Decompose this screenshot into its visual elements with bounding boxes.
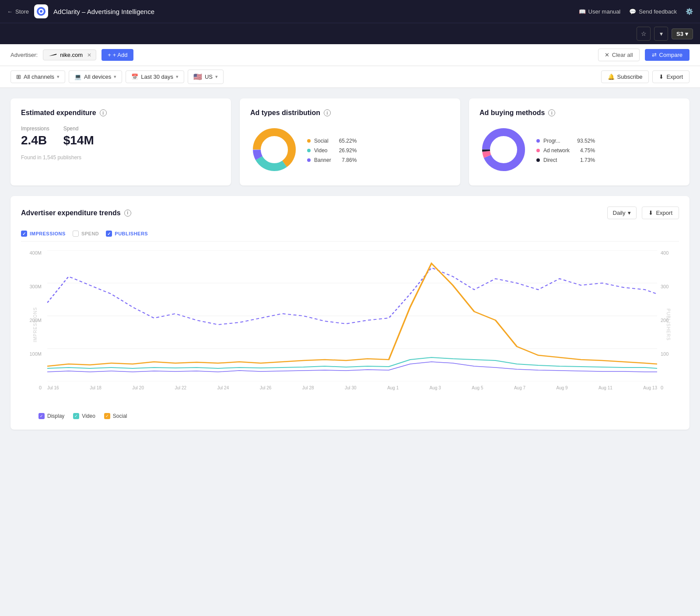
trends-header: Advertiser expenditure trends i Daily ▾ …: [21, 206, 679, 219]
us-flag-icon: 🇺🇸: [193, 73, 202, 81]
advertiser-chip[interactable]: nike.com ✕: [43, 49, 96, 60]
daily-chevron-icon: ▾: [628, 210, 631, 216]
user-badge[interactable]: S3 ▾: [672, 28, 693, 39]
chat-icon: 💬: [629, 8, 636, 15]
all-channels-filter[interactable]: ⊞ All channels ▾: [10, 70, 65, 83]
ad-types-card: Ad types distribution i: [240, 98, 460, 186]
buying-methods-card: Ad buying methods i: [469, 98, 690, 186]
back-button[interactable]: ← Store: [7, 8, 29, 15]
expenditure-card-title: Estimated expenditure i: [21, 109, 220, 117]
devices-icon: 💻: [74, 74, 81, 80]
compare-icon: ⇄: [652, 52, 657, 58]
buying-methods-legend: Progr... 93.52% Ad network 4.75% Direct …: [536, 138, 595, 163]
ad-types-info-icon[interactable]: i: [324, 109, 331, 116]
legend-social: Social 65.22%: [307, 138, 357, 144]
direct-dot: [536, 158, 540, 162]
advertiser-bar: Advertiser: nike.com ✕ + + Add ✕ Clear a…: [0, 44, 700, 66]
impressions-checkbox[interactable]: ✓: [21, 231, 27, 237]
store-label: Store: [15, 8, 29, 15]
publishers-toggle[interactable]: ✓ PUBLISHERS: [106, 231, 148, 237]
spend-toggle[interactable]: SPEND: [73, 231, 99, 237]
chevron-down-icon: ▾: [660, 30, 663, 37]
advertiser-name: nike.com: [60, 52, 83, 58]
region-filter[interactable]: 🇺🇸 US ▾: [188, 70, 224, 84]
favorite-button[interactable]: ☆: [637, 27, 651, 41]
impressions-metric: Impressions 2.4B: [21, 126, 49, 147]
publishers-note: Found in 1,545 publishers: [21, 154, 220, 161]
channels-icon: ⊞: [16, 74, 21, 80]
devices-chevron-icon: ▾: [114, 74, 116, 80]
ad-types-donut: [250, 126, 298, 175]
region-chevron-icon: ▾: [215, 74, 218, 80]
nav-actions: 📖 User manual 💬 Send feedback ⚙️: [579, 8, 693, 15]
social-legend-checkbox[interactable]: ✓: [104, 413, 110, 419]
expenditure-metrics: Impressions 2.4B Spend $14M: [21, 126, 220, 147]
subscribe-button[interactable]: 🔔 Subscribe: [601, 70, 649, 83]
trends-chart-svg: [47, 250, 657, 382]
video-legend-item[interactable]: ✓ Video: [73, 413, 95, 419]
display-legend-checkbox[interactable]: ✓: [38, 413, 45, 419]
date-range-filter[interactable]: 📅 Last 30 days ▾: [126, 70, 184, 83]
buying-methods-info-icon[interactable]: i: [548, 109, 555, 116]
clear-icon: ✕: [605, 52, 609, 58]
plus-icon: +: [108, 52, 111, 58]
export-button[interactable]: ⬇ Export: [652, 70, 690, 83]
legend-ad-network: Ad network 4.75%: [536, 147, 595, 154]
publishers-checkbox[interactable]: ✓: [106, 231, 112, 237]
channels-chevron-icon: ▾: [57, 74, 60, 80]
trends-actions: Daily ▾ ⬇ Export: [607, 206, 679, 219]
svg-point-8: [486, 132, 521, 167]
compare-button[interactable]: ⇄ Compare: [645, 49, 690, 61]
calendar-icon: 📅: [131, 74, 138, 80]
impressions-axis-label: IMPRESSIONS: [33, 307, 38, 342]
date-chevron-icon: ▾: [176, 74, 178, 80]
social-legend-item[interactable]: ✓ Social: [104, 413, 127, 419]
display-legend-item[interactable]: ✓ Display: [38, 413, 64, 419]
all-devices-filter[interactable]: 💻 All devices ▾: [69, 70, 122, 83]
impressions-toggle[interactable]: ✓ IMPRESSIONS: [21, 231, 66, 237]
user-manual-button[interactable]: 📖 User manual: [579, 8, 621, 15]
buying-methods-title: Ad buying methods i: [480, 109, 679, 117]
top-nav: ← Store AdClarity – Advertising Intellig…: [0, 0, 700, 23]
publishers-axis-label: PUBLISHERS: [666, 308, 671, 340]
book-icon: 📖: [579, 8, 586, 15]
x-axis-labels: Jul 16 Jul 18 Jul 20 Jul 22 Jul 24 Jul 2…: [47, 385, 657, 390]
svg-point-2: [40, 10, 42, 13]
nike-logo: [48, 52, 57, 58]
legend-direct: Direct 1.73%: [536, 157, 595, 163]
trends-info-icon[interactable]: i: [124, 210, 131, 217]
toggle-row: ✓ IMPRESSIONS SPEND ✓ PUBLISHERS: [21, 226, 679, 242]
legend-banner: Banner 7.86%: [307, 157, 357, 163]
trends-title: Advertiser expenditure trends i: [21, 209, 131, 217]
buying-methods-donut-section: Progr... 93.52% Ad network 4.75% Direct …: [480, 126, 679, 175]
legend-programmatic: Progr... 93.52%: [536, 138, 595, 144]
send-feedback-button[interactable]: 💬 Send feedback: [629, 8, 677, 15]
badge-chevron-icon: ▾: [685, 31, 688, 37]
advertiser-label: Advertiser:: [10, 52, 38, 58]
banner-dot: [307, 158, 311, 162]
ad-types-donut-section: Social 65.22% Video 26.92% Banner 7.86%: [250, 126, 450, 175]
trends-download-icon: ⬇: [648, 210, 653, 216]
spend-checkbox[interactable]: [73, 231, 79, 237]
daily-select[interactable]: Daily ▾: [607, 206, 637, 219]
ad-network-dot: [536, 149, 540, 152]
expenditure-info-icon[interactable]: i: [100, 109, 107, 116]
ad-types-legend: Social 65.22% Video 26.92% Banner 7.86%: [307, 138, 357, 163]
social-dot: [307, 139, 311, 143]
video-legend-checkbox[interactable]: ✓: [73, 413, 79, 419]
settings-button[interactable]: ⚙️: [686, 8, 693, 15]
chart-legend: ✓ Display ✓ Video ✓ Social: [21, 408, 679, 419]
add-advertiser-button[interactable]: + + Add: [102, 49, 133, 61]
video-dot: [307, 149, 311, 152]
buying-methods-donut: [480, 126, 528, 175]
programmatic-dot: [536, 139, 540, 143]
star-icon: ☆: [641, 30, 647, 37]
bell-icon: 🔔: [608, 74, 615, 80]
clear-all-button[interactable]: ✕ Clear all: [598, 49, 640, 61]
trends-export-button[interactable]: ⬇ Export: [642, 206, 679, 219]
expand-button[interactable]: ▾: [654, 27, 668, 41]
expenditure-card: Estimated expenditure i Impressions 2.4B…: [10, 98, 231, 186]
remove-advertiser-button[interactable]: ✕: [87, 52, 91, 58]
download-icon: ⬇: [659, 74, 664, 80]
app-title: AdClarity – Advertising Intelligence: [53, 8, 573, 15]
